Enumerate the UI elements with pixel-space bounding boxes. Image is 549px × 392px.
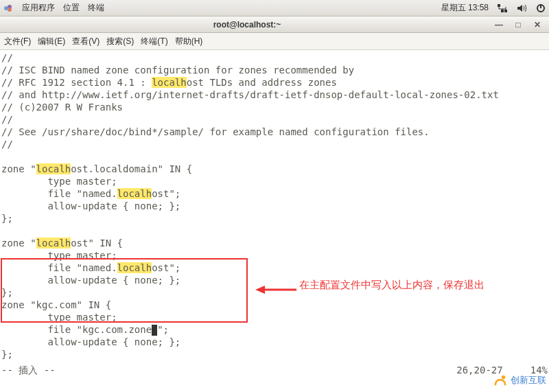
window-title: root@localhost:~	[0, 20, 494, 30]
minimize-button[interactable]: —	[494, 20, 504, 30]
menu-terminal[interactable]: 终端(T)	[141, 36, 167, 47]
menu-file[interactable]: 文件(F)	[4, 36, 31, 47]
watermark-text: 创新互联	[511, 374, 546, 387]
terminal-content[interactable]: // // ISC BIND named zone configuration …	[0, 50, 549, 392]
annotation-arrow-icon	[255, 281, 296, 301]
activities-icon[interactable]	[3, 3, 14, 14]
power-icon[interactable]	[535, 3, 546, 14]
volume-icon[interactable]	[516, 3, 527, 14]
vim-statusline: -- 插入 -- 26,20-27 14%	[1, 365, 548, 377]
network-icon[interactable]	[497, 3, 508, 14]
clock-label[interactable]: 星期五 13:58	[441, 2, 489, 14]
svg-marker-9	[255, 286, 265, 294]
annotation-text: 在主配置文件中写入以上内容，保存退出	[299, 277, 539, 292]
terminal-menubar: 文件(F) 编辑(E) 查看(V) 搜索(S) 终端(T) 帮助(H)	[0, 33, 549, 50]
svg-point-10	[502, 376, 506, 380]
menu-terminal[interactable]: 终端	[88, 2, 104, 14]
menu-search[interactable]: 搜索(S)	[106, 36, 134, 47]
watermark-icon	[493, 373, 508, 388]
svg-rect-3	[498, 4, 500, 7]
gnome-top-panel: 应用程序 位置 终端 星期五 13:58	[0, 0, 549, 16]
maximize-button[interactable]: □	[513, 20, 523, 30]
menu-view[interactable]: 查看(V)	[72, 36, 100, 47]
menu-edit[interactable]: 编辑(E)	[38, 36, 65, 47]
menu-applications[interactable]: 应用程序	[22, 2, 55, 14]
close-button[interactable]: ✕	[533, 20, 542, 30]
svg-point-2	[8, 8, 12, 12]
vim-mode: -- 插入 --	[1, 365, 56, 377]
menu-help[interactable]: 帮助(H)	[175, 36, 203, 47]
watermark: 创新互联	[493, 373, 546, 388]
menu-places[interactable]: 位置	[63, 2, 80, 14]
window-titlebar[interactable]: root@localhost:~ — □ ✕	[0, 16, 549, 33]
